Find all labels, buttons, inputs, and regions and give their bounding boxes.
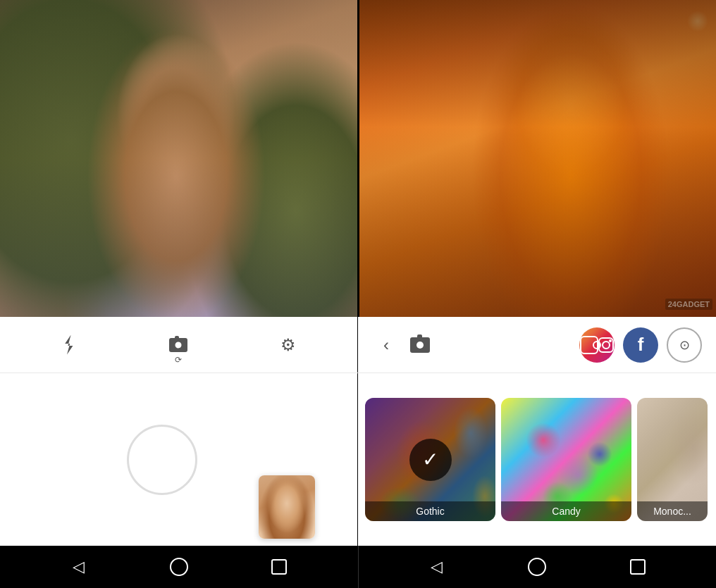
app-container: 24GADGET ⟳ ⚙ <box>0 0 716 588</box>
nav-square-icon-right <box>630 559 646 575</box>
camera-flip-icon <box>169 338 187 352</box>
style-left-panel <box>0 373 358 546</box>
gothic-filter-label: Gothic <box>365 501 495 521</box>
selected-checkmark: ✓ <box>409 439 452 481</box>
nav-back-icon-right: ◁ <box>431 558 443 576</box>
photo-thumbnail <box>259 475 315 539</box>
bolt-icon <box>59 335 79 355</box>
instagram-dot <box>609 339 612 342</box>
home-nav-button-right[interactable] <box>524 554 550 580</box>
image-comparison-area: 24GADGET <box>0 0 716 317</box>
candy-filter-label: Candy <box>501 501 631 521</box>
candy-filter-card[interactable]: Candy <box>501 398 631 521</box>
home-nav-button[interactable] <box>166 554 192 580</box>
navigation-bar: ◁ ◁ <box>0 546 716 588</box>
gothic-filter-card[interactable]: ✓ Gothic <box>365 398 495 521</box>
back-icon: ‹ <box>383 335 389 355</box>
toolbar-row: ⟳ ⚙ ‹ <box>0 317 716 373</box>
flip-arrows-icon: ⟳ <box>175 355 182 365</box>
back-nav-button-right[interactable]: ◁ <box>424 554 450 580</box>
bolt-button[interactable] <box>55 331 83 359</box>
monochrome-filter-label: Monoc... <box>637 501 708 521</box>
left-nav: ◁ <box>0 546 358 588</box>
original-photo-panel <box>0 0 359 317</box>
back-button[interactable]: ‹ <box>372 331 400 359</box>
style-selection-area: ✓ Gothic Candy Monoc... <box>0 373 716 546</box>
social-share-buttons: f ⊙ <box>579 327 702 363</box>
monochrome-filter-card[interactable]: Monoc... <box>637 398 708 521</box>
camera-button[interactable] <box>406 331 434 359</box>
share-icon: ⊙ <box>679 337 690 353</box>
camera-flip-button[interactable]: ⟳ <box>164 331 192 359</box>
gear-icon: ⚙ <box>280 335 296 355</box>
watermark: 24GADGET <box>665 299 712 310</box>
nav-home-icon-right <box>528 558 546 576</box>
right-nav: ◁ <box>358 546 717 588</box>
original-style-selector[interactable] <box>127 425 197 495</box>
nav-home-icon <box>170 558 188 576</box>
right-toolbar: ‹ f <box>358 317 716 373</box>
recents-nav-button[interactable] <box>266 554 292 580</box>
share-button[interactable]: ⊙ <box>667 327 702 363</box>
nav-back-icon: ◁ <box>73 558 85 576</box>
camera-icon <box>410 337 430 353</box>
bottom-controls: ⟳ ⚙ ‹ <box>0 317 716 546</box>
recents-nav-button-right[interactable] <box>625 554 650 580</box>
back-nav-button[interactable]: ◁ <box>66 554 91 580</box>
left-toolbar: ⟳ ⚙ <box>0 317 358 373</box>
filter-cards-panel: ✓ Gothic Candy Monoc... <box>358 373 716 546</box>
facebook-button[interactable]: f <box>623 327 658 363</box>
facebook-icon: f <box>638 334 644 356</box>
instagram-button[interactable] <box>579 327 615 363</box>
nav-square-icon <box>271 559 287 575</box>
instagram-icon <box>598 337 614 353</box>
settings-button[interactable]: ⚙ <box>274 331 302 359</box>
styled-photo-panel: 24GADGET <box>359 0 717 317</box>
